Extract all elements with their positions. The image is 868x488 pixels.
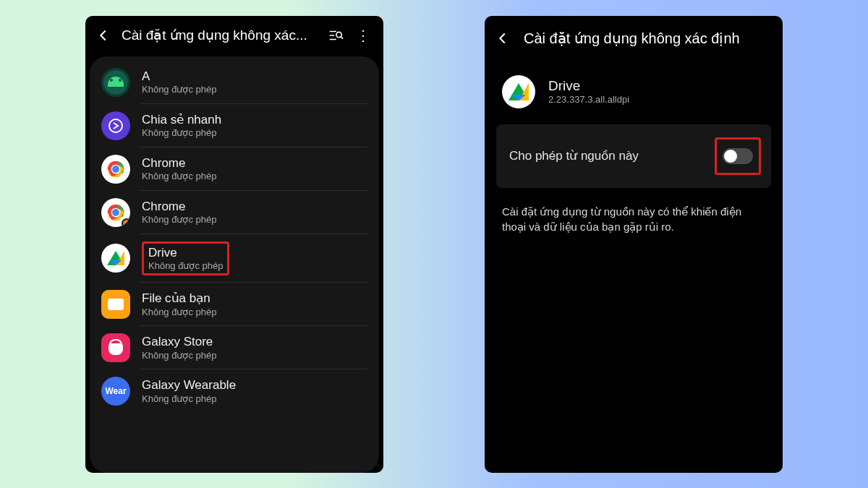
phone-left: Cài đặt ứng dụng không xác... ⋮ A Không …: [85, 16, 383, 473]
allow-source-row[interactable]: Cho phép từ nguồn này: [496, 124, 771, 188]
apps-card: A Không được phép Chia sẻ nhanh Không đư…: [90, 56, 379, 473]
svg-point-5: [109, 119, 122, 132]
warning-text: Cài đặt ứng dụng từ nguồn này có thể khi…: [498, 188, 770, 236]
app-text: Galaxy Store Không được phép: [142, 334, 216, 361]
back-icon[interactable]: [93, 25, 114, 46]
app-name: Chrome: [142, 155, 216, 171]
app-status: Không được phép: [142, 393, 236, 405]
app-row-drive[interactable]: Drive Không được phép: [90, 234, 379, 283]
app-name: Galaxy Wearable: [142, 377, 236, 393]
galaxy-store-icon: [101, 333, 130, 362]
files-icon: [101, 290, 130, 319]
app-text-highlighted: Drive Không được phép: [142, 241, 229, 276]
quickshare-icon: [101, 111, 130, 140]
chrome-beta-icon: [101, 198, 130, 227]
app-name: A: [142, 69, 216, 84]
app-text: A Không được phép: [142, 69, 216, 96]
topbar: Cài đặt ứng dụng không xác... ⋮: [85, 16, 383, 49]
topbar: Cài đặt ứng dụng không xác định: [485, 16, 783, 52]
toggle-label: Cho phép từ nguồn này: [509, 148, 639, 163]
detail-content: Drive 2.23.337.3.all.alldpi Cho phép từ …: [485, 52, 783, 236]
app-text: Galaxy Wearable Không được phép: [142, 377, 236, 405]
toggle-switch[interactable]: [723, 148, 753, 164]
chrome-icon: [101, 155, 130, 184]
update-badge-icon: [122, 218, 130, 227]
app-status: Không được phép: [142, 84, 216, 95]
app-status: Không được phép: [142, 350, 216, 361]
app-status: Không được phép: [142, 171, 216, 182]
page-title: Cài đặt ứng dụng không xác định: [521, 30, 740, 47]
app-version: 2.23.337.3.all.alldpi: [548, 94, 629, 105]
app-meta: Drive 2.23.337.3.all.alldpi: [548, 78, 629, 105]
filter-search-icon[interactable]: [326, 25, 346, 46]
app-status: Không được phép: [142, 127, 221, 139]
drive-icon: [502, 75, 535, 108]
app-row-galaxystore[interactable]: Galaxy Store Không được phép: [90, 326, 379, 369]
highlight-box: [715, 137, 761, 175]
app-row-chrome-1[interactable]: Chrome Không được phép: [90, 147, 379, 191]
app-text: Chrome Không được phép: [142, 155, 216, 183]
wear-label: Wear: [105, 386, 126, 396]
back-icon[interactable]: [492, 27, 514, 49]
app-name: Drive: [148, 245, 223, 260]
svg-point-3: [336, 32, 341, 37]
app-row-wearable[interactable]: Wear Galaxy Wearable Không được phép: [90, 369, 379, 413]
app-name: File của bạn: [142, 291, 216, 306]
app-name: Galaxy Store: [142, 334, 216, 349]
svg-point-11: [112, 209, 119, 216]
app-name: Chia sẻ nhanh: [142, 112, 221, 127]
app-status: Không được phép: [148, 260, 223, 272]
app-status: Không được phép: [142, 307, 216, 318]
app-header: Drive 2.23.337.3.all.alldpi: [502, 75, 770, 108]
app-row-chrome-2[interactable]: Chrome Không được phép: [90, 191, 379, 234]
more-icon[interactable]: ⋮: [353, 25, 373, 46]
app-row-share[interactable]: Chia sẻ nhanh Không được phép: [90, 104, 379, 147]
drive-icon: [101, 244, 130, 273]
app-row-files[interactable]: File của bạn Không được phép: [90, 283, 379, 326]
app-name: Drive: [548, 78, 629, 94]
app-text: Chia sẻ nhanh Không được phép: [142, 112, 221, 140]
app-status: Không được phép: [142, 214, 216, 226]
galaxy-wearable-icon: Wear: [101, 377, 130, 406]
android-icon: [101, 68, 130, 97]
svg-point-8: [112, 166, 119, 173]
app-text: Chrome Không được phép: [142, 199, 216, 226]
page-title: Cài đặt ứng dụng không xác...: [122, 27, 318, 43]
svg-line-4: [341, 36, 343, 38]
app-row-a[interactable]: A Không được phép: [90, 61, 379, 104]
app-text: File của bạn Không được phép: [142, 291, 216, 318]
app-name: Chrome: [142, 199, 216, 214]
phone-right: Cài đặt ứng dụng không xác định Drive 2.…: [485, 16, 783, 473]
